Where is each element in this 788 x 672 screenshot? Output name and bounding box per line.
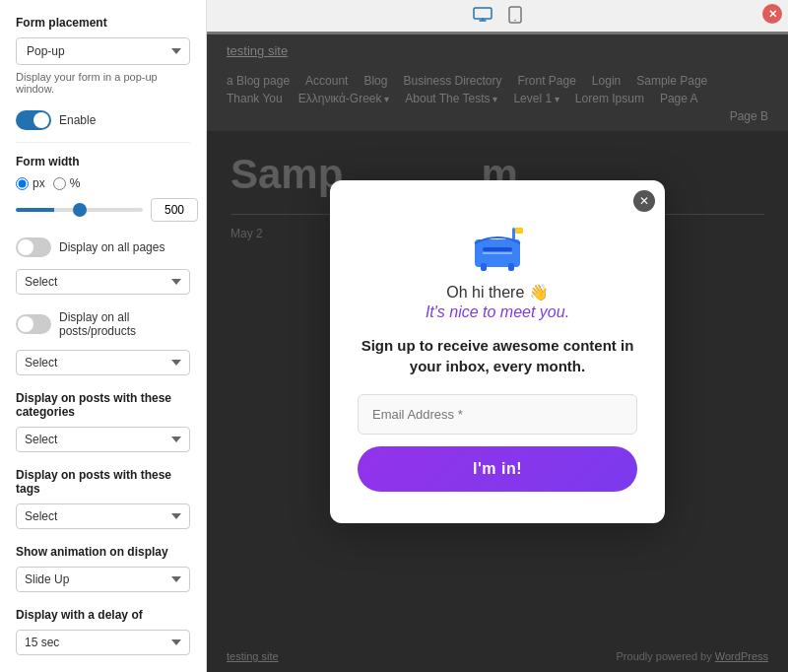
svg-rect-8 — [508, 263, 514, 271]
svg-rect-7 — [481, 263, 487, 271]
delay-label: Display with a delay of — [16, 608, 190, 622]
modal-body-text: Sign up to receive awesome content in yo… — [358, 335, 637, 376]
email-input[interactable] — [358, 394, 637, 435]
display-all-posts-label: Display on all posts/products — [59, 310, 190, 338]
animation-section: Show animation on display Slide Up Fade … — [16, 545, 190, 592]
modal-greeting-line1: Oh hi there 👋 — [358, 283, 637, 302]
display-all-pages-toggle[interactable] — [16, 237, 51, 257]
tags-label: Display on posts with these tags — [16, 468, 190, 496]
device-toolbar: ✕ — [207, 0, 788, 34]
width-slider-row: 500 — [16, 198, 190, 222]
form-width-section: Form width px % 500 — [16, 155, 190, 222]
mobile-icon[interactable] — [508, 6, 522, 28]
submit-button[interactable]: I'm in! — [358, 446, 637, 492]
width-unit-row: px % — [16, 176, 190, 190]
form-placement-select[interactable]: Pop-up — [16, 37, 190, 65]
desktop-icon[interactable] — [473, 7, 492, 27]
tags-section: Display on posts with these tags Select — [16, 468, 190, 529]
display-all-posts-row: Display on all posts/products — [16, 310, 190, 338]
modal-greeting-line2: It's nice to meet you. — [358, 303, 637, 321]
right-panel: ✕ testing site a Blog page Account Blog … — [207, 0, 788, 672]
percent-radio[interactable] — [53, 177, 66, 190]
modal-overlay: ✕ — [207, 32, 788, 672]
width-number-input[interactable]: 500 — [151, 198, 198, 222]
select-posts-input[interactable]: Select — [16, 350, 190, 375]
percent-radio-label[interactable]: % — [53, 176, 81, 190]
form-placement-label: Form placement — [16, 16, 190, 30]
px-radio-label[interactable]: px — [16, 176, 45, 190]
display-all-pages-label: Display on all pages — [59, 240, 164, 254]
tags-select[interactable]: Select — [16, 504, 190, 529]
svg-rect-0 — [474, 8, 492, 19]
display-all-posts-toggle[interactable] — [16, 314, 51, 334]
mailbox-icon — [463, 212, 532, 271]
select-posts-section: Select — [16, 350, 190, 375]
animation-select[interactable]: Slide Up Fade In None — [16, 567, 190, 592]
select-pages-input[interactable]: Select — [16, 269, 190, 295]
popup-modal: ✕ — [330, 180, 665, 523]
animation-label: Show animation on display — [16, 545, 190, 559]
preview-content: testing site a Blog page Account Blog Bu… — [207, 32, 788, 672]
modal-close-button[interactable]: ✕ — [633, 190, 655, 212]
delay-select[interactable]: 15 sec 5 sec 10 sec 30 sec No delay — [16, 630, 190, 655]
categories-select[interactable]: Select — [16, 427, 190, 452]
left-panel: Form placement Pop-up Display your form … — [0, 0, 207, 672]
width-slider[interactable] — [16, 208, 143, 212]
svg-rect-5 — [515, 228, 523, 234]
divider-1 — [16, 142, 190, 143]
close-button[interactable]: ✕ — [762, 4, 782, 24]
px-radio[interactable] — [16, 177, 29, 190]
enable-toggle-row: Enable — [16, 110, 190, 130]
select-pages-section: Select — [16, 269, 190, 295]
form-placement-section: Form placement Pop-up Display your form … — [16, 16, 190, 95]
svg-point-2 — [514, 20, 516, 22]
display-all-pages-row: Display on all pages — [16, 237, 190, 257]
categories-label: Display on posts with these categories — [16, 391, 190, 419]
enable-toggle[interactable] — [16, 110, 51, 130]
delay-section: Display with a delay of 15 sec 5 sec 10 … — [16, 608, 190, 655]
form-placement-helper: Display your form in a pop-up window. — [16, 71, 190, 95]
svg-rect-6 — [483, 247, 512, 251]
form-width-label: Form width — [16, 155, 190, 168]
categories-section: Display on posts with these categories S… — [16, 391, 190, 452]
enable-label: Enable — [59, 113, 96, 127]
